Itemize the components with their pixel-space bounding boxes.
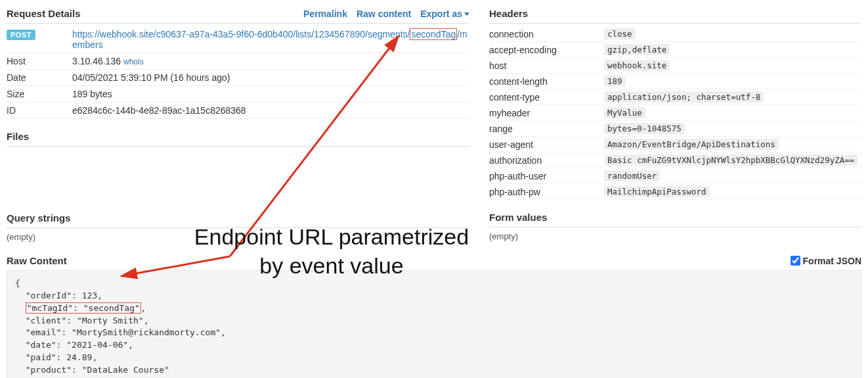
date-value: 04/05/2021 5:39:10 PM (16 hours ago) — [72, 72, 469, 83]
form-values-empty: (empty) — [489, 227, 861, 245]
header-value: application/json; charset=utf-8 — [604, 91, 764, 103]
header-value: close — [604, 28, 636, 39]
header-key: user-agent — [489, 139, 604, 150]
header-key: connection — [489, 29, 604, 39]
raw-content-body: { "orderId": 123, "mcTagId": "secondTag"… — [7, 270, 861, 378]
format-json-label: Format JSON — [803, 256, 861, 266]
header-value: Basic cmFuZG9tVXNlcjpNYWlsY2hpbXBBcGlQYX… — [604, 154, 857, 166]
whois-link[interactable]: whois — [123, 57, 144, 66]
header-key: accept-encoding — [489, 45, 604, 55]
header-row: hostwebhook.site — [489, 58, 861, 74]
header-row: content-length189 — [489, 74, 861, 89]
header-value: bytes=0-1048575 — [604, 123, 685, 134]
header-row: connectionclose — [489, 26, 861, 42]
header-row: content-typeapplication/json; charset=ut… — [489, 89, 861, 105]
header-row: php-auth-pwMailchimpApiPassword — [489, 184, 861, 200]
header-key: php-auth-user — [489, 171, 604, 181]
request-details-title: Request Details — [7, 8, 81, 19]
id-row: ID e6284c6c-144b-4e82-89ac-1a15c8268368 — [7, 103, 469, 119]
host-value: 3.10.46.136 — [72, 56, 121, 66]
raw-body-post: , "client": "Morty Smith", "email": "Mor… — [15, 303, 226, 378]
header-key: myheader — [489, 108, 604, 118]
header-value: 189 — [604, 76, 626, 87]
host-label: Host — [7, 56, 72, 66]
date-label: Date — [7, 72, 72, 83]
format-json-toggle[interactable]: Format JSON — [791, 256, 861, 266]
size-label: Size — [7, 89, 72, 99]
format-json-checkbox[interactable] — [791, 256, 800, 266]
request-url[interactable]: https://webhook.site/c90637-a97a-43a5-9f… — [72, 29, 469, 50]
header-row: user-agentAmazon/EventBridge/ApiDestinat… — [489, 137, 861, 153]
header-value: gzip,deflate — [604, 44, 670, 55]
export-as-dropdown[interactable]: Export as — [420, 9, 469, 19]
header-key: authorization — [489, 155, 604, 166]
size-value: 189 bytes — [72, 89, 469, 99]
files-title: Files — [7, 119, 469, 147]
header-value: webhook.site — [604, 60, 670, 71]
url-pre: https://webhook.site/c90637-a97a-43a5-9f… — [72, 29, 410, 39]
export-as-label: Export as — [420, 9, 462, 19]
chevron-down-icon — [464, 12, 469, 16]
header-row: php-auth-userrandomUser — [489, 168, 861, 184]
form-values-title: Form values — [489, 200, 861, 227]
host-row: Host 3.10.46.136whois — [7, 53, 469, 70]
id-value: e6284c6c-144b-4e82-89ac-1a15c8268368 — [72, 105, 469, 116]
header-key: content-type — [489, 92, 604, 103]
size-row: Size 189 bytes — [7, 86, 469, 103]
query-strings-title: Query strings — [7, 147, 469, 228]
method-url-row: POST https://webhook.site/c90637-a97a-43… — [7, 26, 469, 53]
header-row: authorizationBasic cmFuZG9tVXNlcjpNYWlsY… — [489, 153, 861, 168]
query-strings-empty: (empty) — [7, 228, 469, 246]
id-label: ID — [7, 105, 72, 116]
headers-title: Headers — [489, 8, 528, 19]
raw-body-highlight: "mcTagId": "secondTag" — [26, 302, 141, 314]
raw-content-title: Raw Content — [7, 255, 67, 266]
header-row: myheaderMyValue — [489, 105, 861, 121]
raw-content-link[interactable]: Raw content — [357, 9, 411, 19]
permalink-link[interactable]: Permalink — [303, 9, 347, 19]
header-value: randomUser — [604, 170, 660, 181]
date-row: Date 04/05/2021 5:39:10 PM (16 hours ago… — [7, 70, 469, 86]
header-value: Amazon/EventBridge/ApiDestinations — [604, 139, 779, 150]
url-highlight-segment: secondTag — [410, 28, 457, 40]
header-value: MyValue — [604, 107, 645, 118]
header-key: php-auth-pw — [489, 187, 604, 197]
header-key: content-length — [489, 76, 604, 87]
header-value: MailchimpApiPassword — [604, 186, 710, 197]
header-key: host — [489, 60, 604, 71]
header-row: rangebytes=0-1048575 — [489, 121, 861, 137]
header-key: range — [489, 124, 604, 134]
header-row: accept-encodinggzip,deflate — [489, 42, 861, 58]
method-badge: POST — [7, 30, 35, 40]
